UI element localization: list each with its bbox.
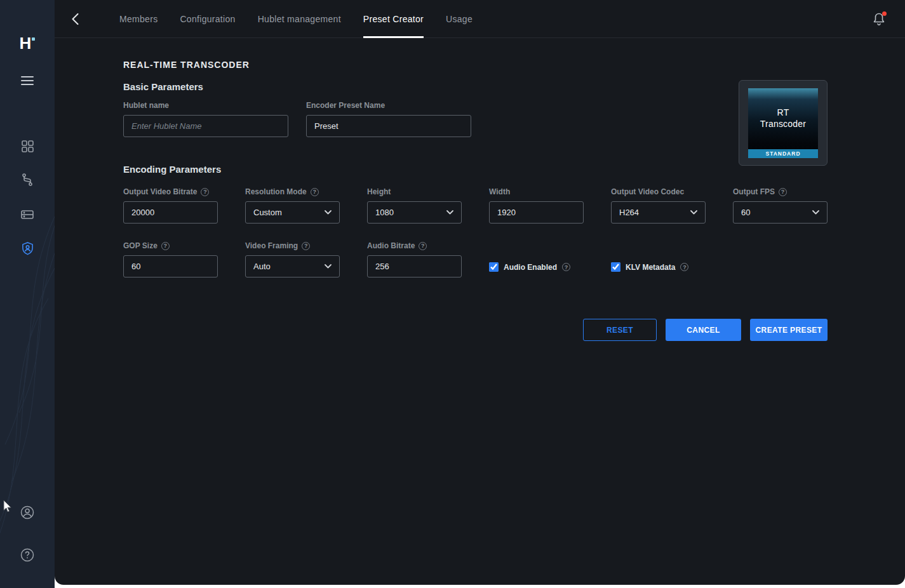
audio-enabled-help-icon[interactable] <box>562 263 570 271</box>
output-video-codec-field: Output Video Codec H264 <box>611 187 706 224</box>
output-video-codec-label: Output Video Codec <box>611 187 706 196</box>
hublet-name-field: Hublet name <box>123 101 288 137</box>
tab-hublet-management[interactable]: Hublet management <box>258 0 341 38</box>
back-button[interactable] <box>66 10 84 28</box>
gop-size-label-text: GOP Size <box>123 241 158 250</box>
encoder-preset-name-input[interactable] <box>306 115 471 137</box>
output-video-bitrate-label-text: Output Video Bitrate <box>123 187 197 196</box>
profile-icon[interactable] <box>17 502 37 523</box>
resolution-mode-label: Resolution Mode <box>245 187 340 196</box>
empty-cell <box>733 241 828 278</box>
encoding-parameters-row-2: GOP Size Video Framing Auto <box>123 241 828 278</box>
hublet-name-label: Hublet name <box>123 101 288 110</box>
output-fps-help-icon[interactable] <box>779 188 787 196</box>
reset-button[interactable]: RESET <box>583 319 657 341</box>
audio-bitrate-help-icon[interactable] <box>419 242 427 250</box>
chevron-down-icon <box>812 210 819 215</box>
height-select[interactable]: 1080 <box>367 201 462 224</box>
card-title-line2: Transcoder <box>760 119 806 130</box>
width-field: Width <box>489 187 584 224</box>
output-video-bitrate-field: Output Video Bitrate <box>123 187 218 224</box>
resolution-mode-value: Custom <box>253 208 282 217</box>
menu-icon[interactable] <box>17 70 37 91</box>
klv-metadata-checkbox[interactable] <box>611 262 620 272</box>
klv-metadata-label: KLV Metadata <box>626 263 675 272</box>
top-navigation: Members Configuration Hublet management … <box>55 0 905 38</box>
width-label-text: Width <box>489 187 510 196</box>
hublets-server-icon[interactable] <box>17 204 37 225</box>
encoder-preset-name-label: Encoder Preset Name <box>306 101 471 110</box>
basic-parameters-heading: Basic Parameters <box>123 81 828 92</box>
card-title-line1: RT <box>777 107 789 119</box>
resolution-mode-field: Resolution Mode Custom <box>245 187 340 224</box>
output-video-bitrate-input[interactable] <box>123 201 218 224</box>
output-fps-select[interactable]: 60 <box>733 201 828 224</box>
tab-bar: Members Configuration Hublet management … <box>119 0 495 38</box>
admin-shield-icon[interactable] <box>17 238 37 258</box>
page-title: REAL-TIME TRANSCODER <box>123 60 828 70</box>
video-framing-help-icon[interactable] <box>302 242 310 250</box>
encoding-parameters-heading: Encoding Parameters <box>123 164 828 175</box>
video-framing-value: Auto <box>253 262 271 271</box>
chevron-down-icon <box>690 210 697 215</box>
height-label-text: Height <box>367 187 391 196</box>
output-fps-field: Output FPS 60 <box>733 187 828 224</box>
tab-preset-creator[interactable]: Preset Creator <box>363 0 424 38</box>
tab-members[interactable]: Members <box>119 0 158 38</box>
audio-bitrate-input[interactable] <box>367 255 462 277</box>
gop-size-help-icon[interactable] <box>161 242 170 250</box>
width-input[interactable] <box>489 201 584 224</box>
main-panel: Members Configuration Hublet management … <box>55 0 905 585</box>
gop-size-field: GOP Size <box>123 241 218 278</box>
audio-bitrate-label: Audio Bitrate <box>367 241 462 250</box>
chevron-down-icon <box>325 264 332 269</box>
encoder-preset-name-field: Encoder Preset Name <box>306 101 471 137</box>
output-fps-value: 60 <box>741 208 750 217</box>
standard-badge: STANDARD <box>748 149 818 158</box>
audio-enabled-checkbox[interactable] <box>489 262 499 272</box>
audio-bitrate-label-text: Audio Bitrate <box>367 241 415 250</box>
encoding-parameters-row-1: Output Video Bitrate Resolution Mode Cus… <box>123 187 828 224</box>
resolution-mode-help-icon[interactable] <box>311 188 319 196</box>
output-fps-label-text: Output FPS <box>733 187 775 196</box>
create-preset-button[interactable]: CREATE PRESET <box>750 319 828 341</box>
klv-metadata-help-icon[interactable] <box>680 263 688 271</box>
audio-bitrate-field: Audio Bitrate <box>367 241 462 278</box>
form-actions: RESET CANCEL CREATE PRESET <box>123 319 828 341</box>
output-video-codec-value: H264 <box>619 208 639 217</box>
resolution-mode-select[interactable]: Custom <box>245 201 340 224</box>
resolution-mode-label-text: Resolution Mode <box>245 187 307 196</box>
sidebar: H <box>0 0 55 588</box>
output-video-bitrate-help-icon[interactable] <box>201 188 209 196</box>
app-logo-text: H <box>20 34 32 53</box>
app-logo-accent <box>32 37 35 41</box>
notifications-bell-icon[interactable] <box>871 11 887 27</box>
tab-usage[interactable]: Usage <box>446 0 473 38</box>
preset-creator-content: REAL-TIME TRANSCODER Basic Parameters Hu… <box>55 60 905 341</box>
dashboard-grid-icon[interactable] <box>17 136 37 156</box>
height-field: Height 1080 <box>367 187 462 224</box>
output-video-codec-select[interactable]: H264 <box>611 201 706 224</box>
gop-size-label: GOP Size <box>123 241 218 250</box>
gop-size-input[interactable] <box>123 255 218 277</box>
help-circle-icon[interactable] <box>17 545 37 565</box>
video-framing-field: Video Framing Auto <box>245 241 340 278</box>
video-framing-label: Video Framing <box>245 241 340 250</box>
hublet-name-input[interactable] <box>123 115 288 137</box>
output-video-codec-label-text: Output Video Codec <box>611 187 684 196</box>
app-logo: H <box>17 33 37 53</box>
app-root: H <box>0 0 905 588</box>
video-framing-label-text: Video Framing <box>245 241 298 250</box>
chevron-down-icon <box>446 210 453 215</box>
audio-enabled-label: Audio Enabled <box>504 263 557 272</box>
streams-icon[interactable] <box>17 170 37 190</box>
rt-transcoder-card-title: RT Transcoder <box>748 88 818 149</box>
notification-badge-dot <box>882 11 887 16</box>
cancel-button[interactable]: CANCEL <box>666 319 741 341</box>
tab-configuration[interactable]: Configuration <box>180 0 235 38</box>
klv-metadata-field: KLV Metadata <box>611 256 706 278</box>
chevron-down-icon <box>325 210 332 215</box>
video-framing-select[interactable]: Auto <box>245 255 340 277</box>
preset-type-card: RT Transcoder STANDARD <box>739 80 828 166</box>
output-fps-label: Output FPS <box>733 187 828 196</box>
